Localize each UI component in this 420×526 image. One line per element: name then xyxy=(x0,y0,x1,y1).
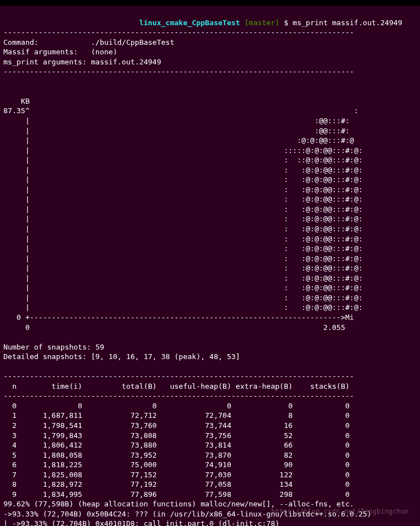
terminal[interactable]: linux_cmake_CppBaseTest [master] $ ms_pr… xyxy=(0,6,420,526)
prompt-path: linux_cmake_CppBaseTest xyxy=(139,18,240,27)
graph-row: | : :@:@:@@:::#:@: xyxy=(3,294,363,302)
graph-row: | :@@:::#: xyxy=(3,127,349,135)
hdr-msprint-args: ms_print arguments: massif.out.24949 xyxy=(3,58,161,66)
tree-line: | ->93.33% (72,704B) 0x40101D8: call_ini… xyxy=(3,519,279,526)
graph-unit: KB xyxy=(3,97,30,105)
hdr-command: Command: ./build/CppBaseTest xyxy=(3,38,174,46)
table-row: 9 1,834,995 77,896 77,598 298 0 xyxy=(3,490,349,499)
table-row: 1 1,687,811 72,712 72,704 8 0 xyxy=(3,411,349,420)
table-row: 3 1,799,843 73,808 73,756 52 0 xyxy=(3,431,349,440)
graph-row: | : :@:@:@@:::#:@: xyxy=(3,303,363,311)
table-row: 2 1,798,541 73,760 73,744 16 0 xyxy=(3,421,349,430)
prompt-space xyxy=(3,18,139,27)
graph-row: | : :@:@:@@:::#:@: xyxy=(3,166,363,174)
snapshots-detailed: Detailed snapshots: [9, 10, 16, 17, 38 (… xyxy=(3,352,240,361)
blank xyxy=(3,77,8,86)
graph-row: | : :@:@:@@:::#:@: xyxy=(3,185,363,194)
graph-row: | : :@:@:@@:::#:@: xyxy=(3,254,363,263)
graph-row: | : :@:@:@@:::#:@: xyxy=(3,225,363,233)
table-row: 0 0 0 0 0 0 xyxy=(3,402,349,410)
blank xyxy=(3,87,8,95)
table-row: 6 1,818,225 75,000 74,910 90 0 xyxy=(3,460,349,469)
sep-line-3: ----------------------------------------… xyxy=(3,372,354,380)
prompt-branch: [master] xyxy=(244,18,279,27)
graph-row: | : :@:@:@@:::#:@: xyxy=(3,205,363,213)
hdr-massif-args: Massif arguments: (none) xyxy=(3,48,118,56)
graph-row: | : :@:@:@@:::#:@: xyxy=(3,175,363,184)
table-row: 4 1,806,412 73,880 73,814 66 0 xyxy=(3,441,349,449)
table-row: 8 1,828,972 77,192 77,058 134 0 xyxy=(3,480,349,488)
snapshots-count: Number of snapshots: 59 xyxy=(3,343,104,351)
graph-row: | : :@:@:@@:::#:@: xyxy=(3,274,363,282)
graph-row: | :@:@:@@:::#:@ xyxy=(3,136,354,145)
blank xyxy=(3,333,8,341)
graph-row: | :@@:::#: xyxy=(3,117,349,125)
graph-row: | : :@:@:@@:::#:@: xyxy=(3,215,363,223)
command-text: ms_print massif.out.24949 xyxy=(293,18,403,27)
graph-baseline: 0 +-------------------------------------… xyxy=(3,313,354,322)
graph-row: | :::::@:@:@@:::#:@: xyxy=(3,146,363,155)
sep-line-4: ----------------------------------------… xyxy=(3,392,354,400)
graph-row: | : :@:@:@@:::#:@: xyxy=(3,283,363,292)
table-header: n time(i) total(B) useful-heap(B) extra-… xyxy=(3,382,349,390)
graph-row: | : :@:@:@@:::#:@: xyxy=(3,195,363,203)
graph-y-max: 87.35^ : xyxy=(3,106,358,115)
watermark: https://blog.csdn.net/fengbingchun xyxy=(271,507,409,516)
table-row: 7 1,825,008 77,152 77,030 122 0 xyxy=(3,471,349,479)
graph-x-range: 0 2.055 xyxy=(3,323,346,332)
sep-line-2: ----------------------------------------… xyxy=(3,67,354,76)
table-row: 5 1,808,058 73,952 73,870 82 0 xyxy=(3,451,349,459)
sep-line-1: ----------------------------------------… xyxy=(3,28,354,36)
graph-row: | : :@:@:@@:::#:@: xyxy=(3,235,363,243)
graph-row: | : ::@:@:@@:::#:@: xyxy=(3,156,363,164)
graph-row: | : :@:@:@@:::#:@: xyxy=(3,244,363,253)
graph-row: | : :@:@:@@:::#:@: xyxy=(3,264,363,272)
prompt-line: linux_cmake_CppBaseTest [master] $ ms_pr… xyxy=(3,18,402,27)
blank xyxy=(3,362,8,371)
prompt-dollar: $ xyxy=(284,18,288,27)
